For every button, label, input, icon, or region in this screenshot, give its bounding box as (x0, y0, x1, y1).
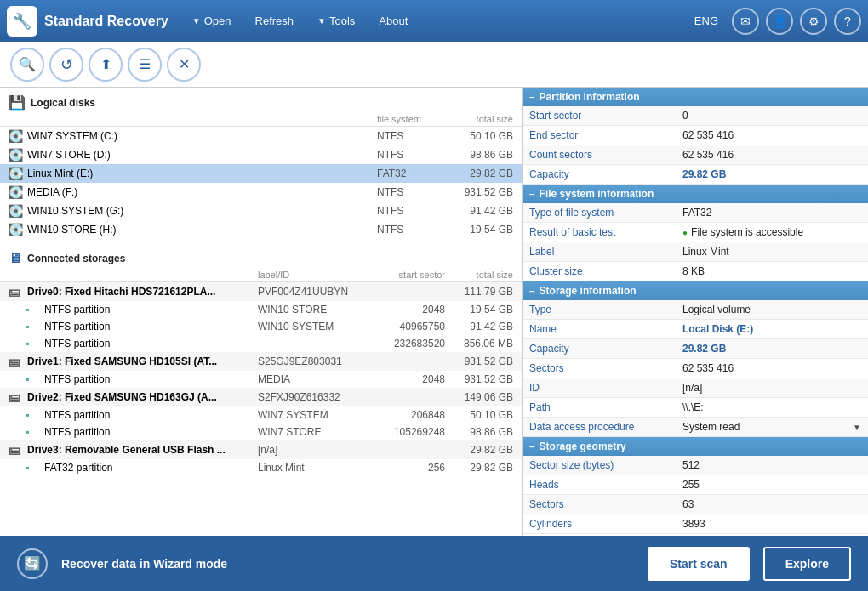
start-scan-button[interactable]: Start scan (648, 547, 750, 581)
drives-list: 🖴 Drive0: Fixed Hitachi HDS721612PLA... … (0, 282, 522, 476)
user-icon-btn[interactable]: 👤 (766, 8, 793, 35)
help-icon-btn[interactable]: ? (834, 8, 861, 35)
language-selector[interactable]: ENG (688, 11, 725, 31)
disk-icon: 💽 (9, 223, 27, 236)
info-row: NameLocal Disk (E:) (523, 320, 868, 339)
partition-item[interactable]: ▪ NTFS partition WIN7 SYSTEM 206848 50.1… (0, 406, 522, 423)
partition-size: 931.52 GB (445, 373, 513, 385)
logical-disks-header: 💾 Logical disks (0, 88, 522, 114)
info-label: Sectors (523, 495, 676, 514)
partition-label: WIN7 STORE (258, 426, 360, 438)
partition-label: WIN10 STORE (258, 304, 360, 315)
info-label: Heads (523, 475, 676, 495)
logical-disks-list: 💽 WIN7 SYSTEM (C:) NTFS 50.10 GB 💽 WIN7 … (0, 127, 522, 239)
drive-size: 931.52 GB (445, 355, 513, 367)
info-label: Capacity (523, 339, 676, 359)
info-label: Sector size (bytes) (523, 456, 676, 475)
disk-name: WIN7 SYSTEM (C:) (27, 130, 377, 142)
col-fs-label: file system (377, 114, 445, 124)
info-label: Cylinders (523, 514, 676, 534)
settings-icon-btn[interactable]: ⚙ (800, 8, 827, 35)
logical-disk-item[interactable]: 💽 WIN7 SYSTEM (C:) NTFS 50.10 GB (0, 127, 522, 145)
partition-item[interactable]: ▪ NTFS partition MEDIA 2048 931.52 GB (0, 371, 522, 388)
dropdown-arrow-icon: ▼ (853, 423, 861, 432)
info-row: Sectors63 (523, 495, 868, 514)
info-row: TypeLogical volume (523, 300, 868, 320)
partition-item[interactable]: ▪ FAT32 partition Linux Mint 256 29.82 G… (0, 459, 522, 476)
info-row: Path\\.\E: (523, 398, 868, 418)
drive-header[interactable]: 🖴 Drive2: Fixed SAMSUNG HD163GJ (A... S2… (0, 388, 522, 406)
logical-disk-item[interactable]: 💽 WIN10 SYSTEM (G:) NTFS 91.42 GB (0, 202, 522, 220)
info-label: Label (523, 242, 676, 262)
header-right: ENG ✉ 👤 ⚙ ? (688, 8, 861, 35)
menu-tools[interactable]: ▼ Tools (307, 9, 365, 32)
filesystem-info-table: Type of file systemFAT32Result of basic … (523, 203, 868, 281)
partition-start: 40965750 (360, 321, 445, 332)
storage-info-toggle[interactable]: – (529, 287, 534, 296)
disk-name: WIN7 STORE (D:) (27, 149, 377, 161)
search-toolbar-btn[interactable]: 🔍 (10, 48, 44, 82)
connected-storages-icon: 🖥 (9, 251, 22, 266)
sc-label-col: label/ID (258, 270, 360, 280)
list-toolbar-btn[interactable]: ☰ (128, 48, 162, 82)
disk-size: 91.42 GB (445, 205, 513, 217)
info-value: 0 (676, 106, 868, 126)
storage-geometry-header: – Storage geometry (523, 437, 868, 456)
sc-start-col: start sector (360, 270, 445, 280)
info-label: Result of basic test (523, 223, 676, 242)
disk-size: 29.82 GB (445, 168, 513, 179)
drive-header[interactable]: 🖴 Drive1: Fixed SAMSUNG HD105SI (AT... S… (0, 352, 522, 371)
drive-group: 🖴 Drive1: Fixed SAMSUNG HD105SI (AT... S… (0, 352, 522, 388)
logical-disk-item[interactable]: 💽 Linux Mint (E:) FAT32 29.82 GB (0, 164, 522, 183)
upload-toolbar-btn[interactable]: ⬆ (89, 48, 123, 82)
blue-value: 29.82 GB (682, 168, 726, 180)
storage-geometry-toggle[interactable]: – (529, 442, 534, 452)
refresh-toolbar-btn[interactable]: ↺ (49, 48, 83, 82)
drive-header[interactable]: 🖴 Drive0: Fixed Hitachi HDS721612PLA... … (0, 282, 522, 301)
disk-size: 98.86 GB (445, 149, 513, 161)
explore-button[interactable]: Explore (763, 547, 851, 581)
drive-icon: 🖴 (9, 390, 27, 404)
filesystem-info-toggle[interactable]: – (529, 190, 534, 199)
blue-value: 29.82 GB (682, 343, 726, 355)
info-row: Result of basic test●File system is acce… (523, 223, 868, 242)
info-row: Capacity29.82 GB (523, 339, 868, 359)
messages-icon-btn[interactable]: ✉ (732, 8, 759, 35)
partition-item[interactable]: ▪ NTFS partition WIN7 STORE 105269248 98… (0, 423, 522, 440)
info-value: 3893 (676, 514, 868, 534)
disk-icon: 💽 (9, 185, 27, 199)
menu-open[interactable]: ▼ Open (182, 9, 242, 32)
partition-item[interactable]: ▪ NTFS partition WIN10 SYSTEM 40965750 9… (0, 318, 522, 335)
info-row: Count sectors62 535 416 (523, 145, 868, 165)
filesystem-info-header: – File system information (523, 185, 868, 203)
info-label: Name (523, 320, 676, 339)
partition-name: NTFS partition (44, 338, 258, 349)
drive-header[interactable]: 🖴 Drive3: Removable General USB Flash ..… (0, 440, 522, 459)
menu-refresh[interactable]: Refresh (245, 9, 305, 32)
partition-info-toggle[interactable]: – (529, 93, 534, 102)
partition-info-table: Start sector0End sector62 535 416Count s… (523, 106, 868, 185)
drive-size: 29.82 GB (445, 444, 513, 456)
disk-name: WIN10 STORE (H:) (27, 224, 377, 236)
close-toolbar-btn[interactable]: ✕ (167, 48, 201, 82)
open-arrow-icon: ▼ (192, 16, 201, 26)
drive-name: Drive3: Removable General USB Flash ... (27, 444, 258, 456)
drive-name: Drive1: Fixed SAMSUNG HD105SI (AT... (27, 355, 258, 367)
info-row: Sector size (bytes)512 (523, 456, 868, 475)
info-value: 8 KB (676, 262, 868, 281)
partition-item[interactable]: ▪ NTFS partition WIN10 STORE 2048 19.54 … (0, 301, 522, 318)
partition-icon: ▪ (26, 409, 44, 421)
blue-value: Local Disk (E:) (682, 323, 753, 335)
disk-name: MEDIA (F:) (27, 186, 377, 198)
logical-disk-item[interactable]: 💽 WIN10 STORE (H:) NTFS 19.54 GB (0, 220, 522, 239)
info-value[interactable]: System read ▼ (676, 418, 868, 436)
info-value: 29.82 GB (676, 165, 868, 185)
info-value: 62 535 416 (676, 126, 868, 145)
menu-about[interactable]: About (368, 9, 418, 32)
partition-start: 2048 (360, 304, 445, 315)
partition-item[interactable]: ▪ NTFS partition 232683520 856.06 MB (0, 335, 522, 352)
logical-disk-item[interactable]: 💽 WIN7 STORE (D:) NTFS 98.86 GB (0, 145, 522, 164)
storage-col-headers: label/ID start sector total size (0, 270, 522, 282)
partition-icon: ▪ (26, 304, 44, 315)
logical-disk-item[interactable]: 💽 MEDIA (F:) NTFS 931.52 GB (0, 183, 522, 202)
